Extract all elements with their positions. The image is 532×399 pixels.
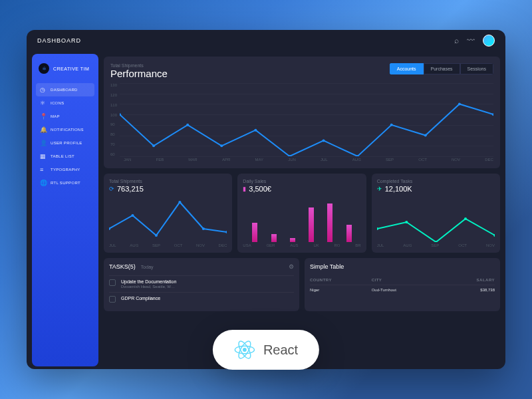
page-title: DASHBOARD [37,37,81,44]
sidebar-item-map[interactable]: 📍MAP [36,110,94,123]
tasks-sub: Today [141,265,154,269]
table-row: NigerOud-Turnhout$38,738 [310,285,495,295]
sidebar-item-label: NOTIFICATIONS [51,128,84,132]
svg-point-16 [202,227,205,230]
nav-icon: 📍 [40,113,47,120]
app-window: DASHBOARD ⌕ 〰 ⚛ CREATIVE TIM ◷DASHBOARD⚛… [27,30,505,369]
stat-icon: ⟳ [109,186,114,192]
gear-icon[interactable]: ⚙ [289,263,294,270]
sidebar-item-label: DASHBOARD [51,88,78,92]
brand-icon: ⚛ [39,63,49,74]
topbar-actions: ⌕ 〰 [454,35,495,47]
performance-card: Total Shipments Performance AccountsPurc… [104,57,500,168]
sidebar-item-icons[interactable]: ⚛ICONS [36,96,94,110]
tasks-title: TASKS(5) [109,263,136,270]
svg-point-21 [464,217,467,220]
stat-title: Completed Tasks [377,179,495,184]
task-row: Update the DocumentationDwuamish Head, S… [109,275,294,292]
stat-card-0: Total Shipments ⟳763,215 JULAUGSEPOCTNOV… [104,174,232,253]
sidebar-item-label: ICONS [51,101,65,105]
sidebar-item-label: USER PROFILE [51,141,82,145]
table-title: Simple Table [310,263,495,270]
stat-icon: ✈ [377,186,382,192]
stat-value: 12,100K [385,185,412,193]
nav-icon: 👤 [40,140,47,146]
nav-icon: 🌐 [40,180,47,186]
table-card: Simple Table COUNTRYCITYSALARYNigerOud-T… [305,258,500,311]
brand[interactable]: ⚛ CREATIVE TIM [36,61,94,76]
stat-chart [109,196,227,242]
stat-chart [243,196,360,242]
stat-title: Total Shipments [109,179,227,184]
task-text: Update the DocumentationDwuamish Head, S… [121,279,176,289]
brand-text: CREATIVE TIM [53,66,89,71]
svg-point-6 [323,139,325,142]
react-label: React [263,342,298,358]
sidebar-item-typography[interactable]: ≡TYPOGRAPHY [36,163,94,176]
svg-point-19 [405,221,408,223]
perf-title: Performance [110,68,168,79]
svg-point-14 [155,234,158,237]
nav-icon: ⚛ [40,100,47,106]
sidebar-item-label: TABLE LIST [51,154,74,158]
task-text: GDPR Compliance [121,296,160,303]
avatar[interactable] [483,35,495,47]
task-row: GDPR Compliance [109,292,294,306]
sidebar-item-label: TYPOGRAPHY [51,168,80,172]
svg-point-15 [178,201,181,203]
stat-value: 3,500€ [249,185,271,193]
nav-icon: ≡ [40,166,47,173]
tab-purchases[interactable]: Purchases [424,63,460,74]
svg-point-23 [243,348,247,352]
search-icon[interactable]: ⌕ [454,36,459,45]
tab-sessions[interactable]: Sessions [460,63,493,74]
stat-icon: ▮ [243,186,246,192]
sidebar-item-user-profile[interactable]: 👤USER PROFILE [36,136,94,150]
task-checkbox[interactable] [109,279,116,286]
activity-icon[interactable]: 〰 [467,36,475,45]
sidebar-item-rtl-support[interactable]: 🌐RTL SUPPORT [36,176,94,190]
stat-chart [377,196,495,242]
sidebar-item-label: MAP [51,114,60,118]
nav-icon: ◷ [40,86,47,93]
table-header: COUNTRYCITYSALARY [310,275,495,285]
sidebar-item-notifications[interactable]: 🔔NOTIFICATIONS [36,123,94,136]
stat-card-2: Completed Tasks ✈12,100K JULAUGSEPOCTNOV [372,174,500,253]
main: ⚛ CREATIVE TIM ◷DASHBOARD⚛ICONS📍MAP🔔NOTI… [27,51,505,369]
sidebar-item-label: RTL SUPPORT [51,181,80,185]
perf-chart: 13012011010090807060 [110,83,493,156]
task-checkbox[interactable] [109,296,116,303]
nav-icon: 🔔 [40,126,47,133]
sidebar-item-table-list[interactable]: ▦TABLE LIST [36,150,94,163]
stat-value: 763,215 [117,185,144,193]
perf-tabs: AccountsPurchasesSessions [390,63,493,74]
content: Total Shipments Performance AccountsPurc… [98,51,505,369]
stat-title: Daily Sales [243,179,360,184]
stats-row: Total Shipments ⟳763,215 JULAUGSEPOCTNOV… [104,174,500,253]
react-icon [234,339,255,360]
bottom-row: TASKS(5) Today ⚙ Update the Documentatio… [104,258,500,311]
tasks-card: TASKS(5) Today ⚙ Update the Documentatio… [104,258,299,311]
nav-icon: ▦ [40,153,47,160]
svg-point-4 [254,129,257,132]
stat-card-1: Daily Sales ▮3,500€ USAGERAUSUKROBR [237,174,366,253]
sidebar-item-dashboard[interactable]: ◷DASHBOARD [36,83,94,96]
topbar: DASHBOARD ⌕ 〰 [27,30,505,51]
svg-point-17 [225,231,227,233]
perf-subtitle: Total Shipments [110,63,168,68]
sidebar: ⚛ CREATIVE TIM ◷DASHBOARD⚛ICONS📍MAP🔔NOTI… [32,54,98,366]
svg-point-13 [131,214,134,217]
react-badge: React [213,330,319,370]
tab-accounts[interactable]: Accounts [390,63,424,74]
